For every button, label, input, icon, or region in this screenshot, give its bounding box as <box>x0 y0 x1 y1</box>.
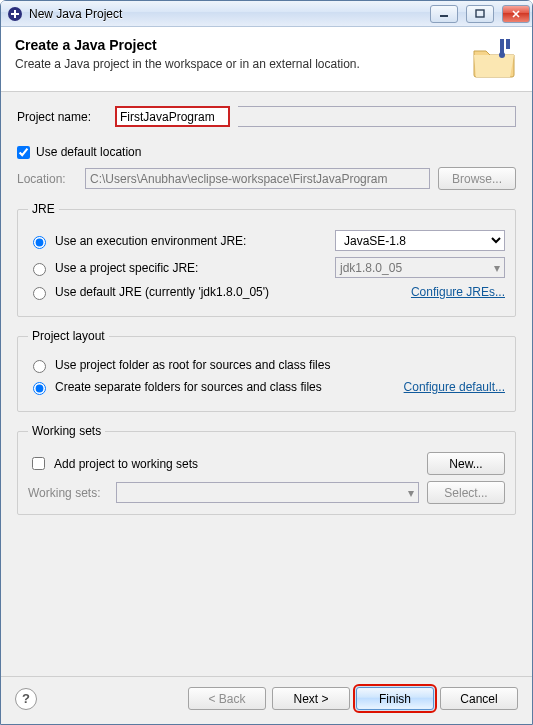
banner: Create a Java Project Create a Java proj… <box>1 27 532 92</box>
layout-root-label: Use project folder as root for sources a… <box>55 358 330 372</box>
chevron-down-icon: ▾ <box>408 486 414 500</box>
project-layout-group: Project layout Use project folder as roo… <box>17 329 516 412</box>
jre-project-radio[interactable] <box>33 263 46 276</box>
svg-rect-3 <box>440 15 448 17</box>
minimize-button[interactable] <box>430 5 458 23</box>
jre-exec-env-select[interactable]: JavaSE-1.8 <box>335 230 505 251</box>
working-sets-legend: Working sets <box>28 424 105 438</box>
project-name-input[interactable] <box>115 106 230 127</box>
titlebar: New Java Project <box>1 1 532 27</box>
configure-jres-link[interactable]: Configure JREs... <box>411 285 505 299</box>
svg-rect-2 <box>14 10 16 18</box>
working-sets-label: Working sets: <box>28 486 108 500</box>
jre-project-select: jdk1.8.0_05 ▾ <box>335 257 505 278</box>
use-default-location-checkbox[interactable] <box>17 146 30 159</box>
working-sets-group: Working sets Add project to working sets… <box>17 424 516 515</box>
jre-option-project-specific[interactable]: Use a project specific JRE: <box>28 260 327 276</box>
configure-default-link[interactable]: Configure default... <box>404 380 505 394</box>
project-name-row: Project name: <box>17 106 516 127</box>
location-label: Location: <box>17 172 77 186</box>
browse-button: Browse... <box>438 167 516 190</box>
cancel-button[interactable]: Cancel <box>440 687 518 710</box>
layout-root-radio[interactable] <box>33 360 46 373</box>
jre-exec-env-radio[interactable] <box>33 236 46 249</box>
layout-option-separate[interactable]: Create separate folders for sources and … <box>28 379 396 395</box>
add-working-sets[interactable]: Add project to working sets <box>28 454 419 473</box>
folder-java-icon <box>470 37 518 79</box>
footer: ? < Back Next > Finish Cancel <box>1 677 532 724</box>
banner-description: Create a Java project in the workspace o… <box>15 57 462 71</box>
jre-default-label: Use default JRE (currently 'jdk1.8.0_05'… <box>55 285 269 299</box>
project-name-input-extension[interactable] <box>238 106 516 127</box>
svg-rect-7 <box>506 39 510 49</box>
help-button[interactable]: ? <box>15 688 37 710</box>
layout-separate-label: Create separate folders for sources and … <box>55 380 322 394</box>
jre-group: JRE Use an execution environment JRE: Ja… <box>17 202 516 317</box>
svg-rect-4 <box>476 10 484 17</box>
layout-option-root[interactable]: Use project folder as root for sources a… <box>28 357 505 373</box>
add-working-sets-label: Add project to working sets <box>54 457 198 471</box>
new-working-set-button[interactable]: New... <box>427 452 505 475</box>
window-title: New Java Project <box>29 7 422 21</box>
location-input <box>85 168 430 189</box>
jre-option-default[interactable]: Use default JRE (currently 'jdk1.8.0_05'… <box>28 284 403 300</box>
project-name-label: Project name: <box>17 110 107 124</box>
jre-default-radio[interactable] <box>33 287 46 300</box>
finish-button[interactable]: Finish <box>356 687 434 710</box>
back-button: < Back <box>188 687 266 710</box>
use-default-location-row: Use default location <box>17 145 516 159</box>
next-button[interactable]: Next > <box>272 687 350 710</box>
select-working-sets-button: Select... <box>427 481 505 504</box>
banner-heading: Create a Java Project <box>15 37 462 53</box>
project-layout-legend: Project layout <box>28 329 109 343</box>
svg-point-6 <box>499 52 505 58</box>
jre-project-select-value: jdk1.8.0_05 <box>340 261 402 275</box>
add-working-sets-checkbox[interactable] <box>32 457 45 470</box>
app-icon <box>7 6 23 22</box>
content-area: Project name: Use default location Locat… <box>1 92 532 676</box>
use-default-location-label: Use default location <box>36 145 141 159</box>
jre-project-label: Use a project specific JRE: <box>55 261 198 275</box>
svg-rect-5 <box>500 39 504 53</box>
working-sets-select: ▾ <box>116 482 419 503</box>
dialog-window: New Java Project Create a Java Project C… <box>0 0 533 725</box>
location-row: Location: Browse... <box>17 167 516 190</box>
jre-option-exec-env[interactable]: Use an execution environment JRE: <box>28 233 327 249</box>
maximize-button[interactable] <box>466 5 494 23</box>
jre-legend: JRE <box>28 202 59 216</box>
chevron-down-icon: ▾ <box>494 261 500 275</box>
close-button[interactable] <box>502 5 530 23</box>
jre-exec-env-label: Use an execution environment JRE: <box>55 234 246 248</box>
layout-separate-radio[interactable] <box>33 382 46 395</box>
